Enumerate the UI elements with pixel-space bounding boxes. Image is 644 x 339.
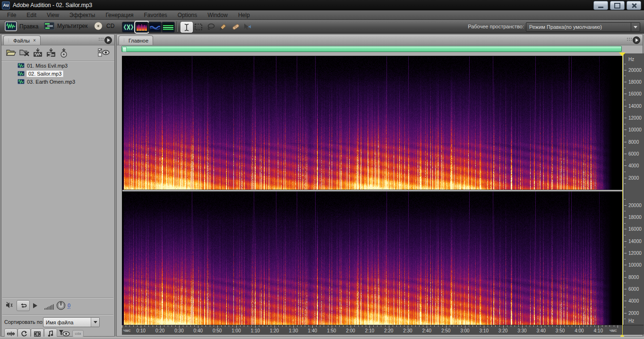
workspace-select[interactable]: Режим Правка(по умолчанию) (526, 22, 640, 32)
time-tick (278, 325, 279, 327)
time-tick (412, 325, 412, 327)
menu-item-7[interactable]: Window (202, 11, 233, 19)
cda-badge-icon: cda (72, 330, 84, 337)
minimize-button[interactable] (593, 1, 608, 10)
spectral-frequency-view-button[interactable] (135, 22, 148, 33)
time-tick (148, 325, 149, 327)
restore-button[interactable] (610, 1, 625, 10)
menu-item-0[interactable]: File (2, 11, 21, 19)
time-tick (156, 325, 157, 327)
menu-item-1[interactable]: Edit (21, 11, 42, 19)
time-tick (210, 325, 210, 327)
main-panel-menu-button[interactable] (633, 36, 640, 44)
time-label: 0:10 (134, 328, 148, 333)
time-tick (400, 325, 401, 327)
time-label: 2:50 (439, 328, 453, 333)
file-list-item[interactable]: 01. Miss Evil.mp3 (1, 61, 114, 70)
file-list-item[interactable]: 03. Earth Omen.mp3 (1, 78, 114, 86)
tab-files[interactable]: Файлы × (3, 35, 41, 45)
time-tick (133, 325, 134, 327)
spectral-pan-view-button[interactable] (148, 22, 162, 33)
time-tick (282, 325, 283, 327)
edit-view-button[interactable]: Правка (5, 21, 39, 31)
spectrogram-left-channel[interactable] (122, 56, 622, 190)
freq-tick (624, 223, 626, 224)
auto-play-mute-button[interactable] (5, 301, 15, 311)
workspace-select-arrow[interactable] (631, 23, 640, 31)
effects-paintbrush-tool-button[interactable] (217, 22, 229, 32)
playback-cursor-line[interactable] (622, 52, 623, 334)
time-tick (499, 325, 500, 327)
time-tick (172, 325, 172, 327)
time-tick (141, 325, 141, 328)
menu-item-2[interactable]: View (42, 11, 64, 19)
volume-meter-icon (44, 303, 55, 312)
menu-item-6[interactable]: Options (172, 11, 202, 19)
file-name: 03. Earth Omen.mp3 (27, 79, 75, 85)
multitrack-view-button[interactable]: Мультитрек (43, 21, 87, 30)
file-type-options-button[interactable] (98, 48, 110, 59)
spectral-display[interactable] (122, 56, 623, 325)
freq-label: 14000 (628, 104, 642, 109)
horizontal-zoom-scrollbar[interactable] (121, 46, 622, 52)
menu-item-8[interactable]: Help (233, 11, 255, 19)
scrub-tool-button[interactable] (242, 22, 253, 32)
time-tick (549, 325, 549, 327)
freq-tick (624, 70, 627, 70)
menu-item-5[interactable]: Favorites (138, 11, 172, 19)
file-list-item[interactable]: 02. Sailor.mp3 (1, 70, 114, 78)
time-ruler[interactable]: 0:100:200:300:400:501:001:101:201:301:40… (122, 325, 644, 335)
scrollbar-cap[interactable] (122, 47, 127, 52)
time-tick (587, 325, 587, 327)
time-tick (450, 325, 450, 327)
spectrogram-right-channel[interactable] (122, 191, 622, 325)
freq-label: 6000 (628, 151, 639, 156)
waveform-view-button[interactable] (122, 22, 135, 33)
time-tick (290, 325, 290, 327)
time-tick (465, 325, 465, 328)
close-panel-icon[interactable]: × (33, 38, 36, 43)
time-tick (381, 325, 381, 327)
marquee-selection-tool-button[interactable] (193, 22, 204, 32)
insert-into-multitrack-button[interactable] (45, 48, 57, 60)
time-label: 0:40 (191, 328, 205, 333)
frequency-ruler[interactable]: 2000018000160001400012000100008000600040… (624, 53, 644, 334)
spot-healing-brush-tool-button[interactable] (230, 22, 241, 32)
time-tick (312, 325, 313, 328)
freq-tick (624, 160, 626, 160)
menu-item-3[interactable]: Эффекты (64, 11, 101, 19)
loop-play-button[interactable] (17, 300, 30, 311)
play-file-button[interactable] (33, 302, 38, 311)
time-label: 1:20 (267, 328, 282, 333)
time-tick (393, 325, 393, 327)
time-tick (396, 325, 397, 327)
freq-tick (624, 199, 626, 200)
volume-value[interactable]: 0 (68, 303, 70, 309)
time-tick (240, 325, 240, 327)
freq-tick (624, 217, 627, 217)
freq-tick (624, 106, 627, 106)
sort-select-arrow[interactable] (91, 318, 99, 327)
time-tick (267, 325, 267, 327)
tab-main[interactable]: Главное (119, 35, 153, 45)
spectral-phase-view-button[interactable] (162, 22, 175, 33)
cd-view-button[interactable]: CD (93, 21, 114, 30)
time-selection-tool-button[interactable] (180, 22, 193, 33)
import-file-button[interactable] (6, 48, 16, 59)
close-file-button[interactable] (19, 48, 30, 59)
time-label: 3:00 (458, 328, 472, 333)
time-tick (137, 325, 137, 327)
time-tick (301, 325, 301, 327)
files-panel-menu-button[interactable] (104, 36, 112, 44)
insert-into-edit-button[interactable] (32, 48, 43, 60)
close-button[interactable] (627, 1, 641, 10)
sort-select[interactable]: Имя файла (43, 317, 100, 327)
volume-knob[interactable] (56, 301, 66, 312)
time-tick (557, 325, 557, 327)
menu-item-4[interactable]: Генерация (100, 11, 138, 19)
channel-divider[interactable] (122, 190, 622, 191)
lasso-selection-tool-button[interactable] (205, 22, 216, 32)
insert-into-cd-button[interactable] (59, 48, 69, 60)
time-label: 4:10 (591, 328, 605, 333)
playback-cursor-top-handle[interactable] (619, 52, 626, 56)
